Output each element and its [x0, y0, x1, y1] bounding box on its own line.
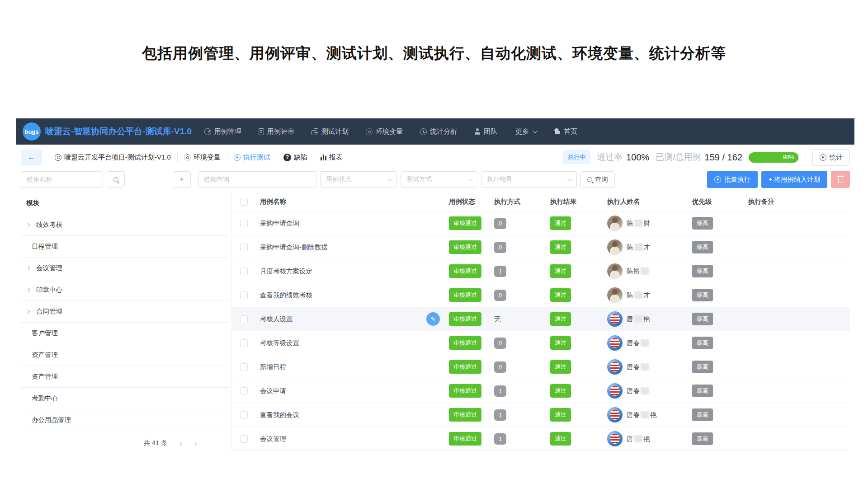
- nav-item[interactable]: 统计分析: [420, 127, 457, 136]
- exec-result-select[interactable]: 执行结果: [481, 171, 577, 188]
- row-checkbox[interactable]: [240, 315, 248, 323]
- tab-report[interactable]: 报表: [321, 153, 343, 162]
- row-checkbox[interactable]: [240, 267, 248, 275]
- censored-text: [634, 291, 643, 299]
- module-search-button[interactable]: [107, 171, 125, 188]
- case-name: 查看我的会议: [260, 411, 299, 419]
- sidebar-item[interactable]: 绩效考核: [21, 214, 229, 236]
- case-status-placeholder: 用例状态: [326, 175, 351, 183]
- nav-item[interactable]: 用例管理: [204, 127, 241, 136]
- content-area: 模块 绩效考核日程管理会议管理印章中心合同管理客户管理资产管理资产管理考勤中心办…: [16, 192, 854, 451]
- sidebar-item[interactable]: 资产管理: [21, 366, 229, 388]
- avatar: [607, 431, 623, 446]
- nav-item-label: 环境变量: [376, 127, 403, 136]
- table-row[interactable]: 查看我的会议审核通过1通过唐春艳最高: [232, 403, 850, 427]
- edit-button[interactable]: ✎: [426, 312, 440, 326]
- chevron-right-icon[interactable]: [26, 288, 31, 291]
- sidebar-item[interactable]: 资产管理: [21, 344, 229, 366]
- nav-item[interactable]: 环境变量: [366, 127, 403, 136]
- table-row[interactable]: 新增日程审核通过0通过唐春最高: [232, 355, 850, 379]
- exec-method-badge: 1: [494, 433, 506, 445]
- tested-label: 已测/总用例: [656, 151, 701, 163]
- case-name: 查看我的绩效考核: [260, 291, 312, 300]
- priority-badge: 最高: [692, 265, 713, 277]
- avatar: [607, 383, 623, 399]
- stats-button[interactable]: 统计: [812, 149, 850, 166]
- play-circle-icon: [234, 154, 241, 161]
- table-row[interactable]: 考核等级设置审核通过0通过唐春最高: [232, 331, 850, 355]
- batch-execute-button[interactable]: 批量执行: [707, 171, 758, 188]
- chevron-right-icon[interactable]: [26, 223, 31, 226]
- pass-progress-bar: 98%: [749, 152, 799, 163]
- table-row[interactable]: 采购申请查询-删除数据审核通过0通过陈才最高: [232, 235, 850, 259]
- case-status-badge: 审核通过: [449, 408, 481, 422]
- add-to-plan-button[interactable]: + 将用例纳入计划: [761, 171, 827, 188]
- query-button[interactable]: 查询: [580, 171, 615, 188]
- exec-method-badge: 0: [494, 290, 506, 301]
- case-status-badge: 审核通过: [449, 288, 481, 302]
- tab-defect[interactable]: ? 缺陷: [283, 153, 307, 162]
- sidebar-pagination: 共 41 条 ‹ ›: [21, 431, 229, 447]
- table-row[interactable]: 考核人设置✎审核通过无通过唐艳最高: [232, 307, 850, 331]
- back-button[interactable]: ←: [21, 150, 42, 165]
- sidebar-item[interactable]: 合同管理: [21, 301, 229, 323]
- tab-env-vars[interactable]: 环境变量: [184, 153, 221, 162]
- priority-badge: 最高: [692, 217, 713, 230]
- case-status-select[interactable]: 用例状态: [320, 171, 397, 188]
- table-row[interactable]: 月度考核方案设定审核通过1通过陈裕最高: [232, 259, 850, 283]
- nav-menu: 用例管理用例评审测试计划环境变量统计分析团队: [204, 127, 497, 136]
- sidebar-item[interactable]: 印章中心: [21, 279, 229, 301]
- executor-name: 陈财: [627, 219, 650, 228]
- exec-method-badge: 0: [494, 361, 506, 373]
- bar-chart-icon: [321, 154, 326, 160]
- avatar: [607, 216, 623, 231]
- report-label: 报表: [329, 153, 343, 162]
- chevron-right-icon[interactable]: [26, 267, 31, 270]
- module-name-input[interactable]: [21, 171, 103, 188]
- sidebar-item[interactable]: 日程管理: [21, 236, 229, 258]
- sidebar-item-label: 会议管理: [36, 264, 62, 272]
- sidebar-item[interactable]: 客户管理: [21, 323, 229, 344]
- app-window: bugs 唛盟云-智慧协同办公平台-测试库-V1.0 用例管理用例评审测试计划环…: [16, 118, 854, 451]
- row-checkbox[interactable]: [240, 220, 248, 227]
- priority-badge: 最高: [692, 408, 713, 421]
- nav-item[interactable]: 测试计划: [311, 127, 349, 136]
- row-checkbox[interactable]: [240, 291, 248, 299]
- case-name: 月度考核方案设定: [260, 267, 312, 276]
- test-method-select[interactable]: 测试方式: [401, 171, 477, 188]
- breadcrumb-label: 唛盟云开发平台项目-测试计划-V1.0: [64, 153, 171, 162]
- table-row[interactable]: 采购申请查询审核通过0通过陈财最高: [232, 211, 850, 235]
- tab-exec-test[interactable]: 执行测试: [234, 153, 270, 162]
- exec-result-placeholder: 执行结果: [487, 175, 512, 183]
- row-checkbox[interactable]: [240, 411, 248, 419]
- nav-item-more[interactable]: 更多: [515, 127, 536, 136]
- delete-button[interactable]: [831, 171, 850, 188]
- case-status-badge: 审核通过: [449, 216, 481, 230]
- nav-item[interactable]: 团队: [474, 127, 497, 136]
- chevron-right-icon[interactable]: [26, 310, 31, 313]
- gear-icon: [366, 128, 373, 135]
- nav-item[interactable]: 用例评审: [259, 127, 294, 136]
- table-row[interactable]: 会议管理审核通过1通过唐艳最高: [232, 427, 850, 451]
- sidebar-item[interactable]: 办公用品管理: [21, 409, 229, 431]
- executor-name: 唐艳: [627, 435, 650, 443]
- executor-name: 唐春: [627, 363, 650, 371]
- fuzzy-search-input[interactable]: [198, 171, 316, 188]
- censored-text: [641, 339, 649, 347]
- row-checkbox[interactable]: [240, 435, 248, 443]
- row-checkbox[interactable]: [240, 339, 248, 347]
- row-checkbox[interactable]: [240, 387, 248, 395]
- progress-fill: 98%: [749, 152, 798, 163]
- table-row[interactable]: 查看我的绩效考核审核通过0通过陈才最高: [232, 283, 850, 307]
- sidebar-item[interactable]: 考勤中心: [21, 388, 229, 409]
- breadcrumb[interactable]: 唛盟云开发平台项目-测试计划-V1.0: [55, 153, 171, 162]
- row-checkbox[interactable]: [240, 363, 248, 371]
- sidebar-item[interactable]: 会议管理: [21, 258, 229, 279]
- add-module-button[interactable]: +: [173, 171, 191, 188]
- next-page-button[interactable]: ›: [194, 438, 197, 447]
- row-checkbox[interactable]: [240, 244, 248, 251]
- nav-item-home[interactable]: 首页: [554, 127, 577, 136]
- prev-page-button[interactable]: ‹: [179, 438, 183, 447]
- table-row[interactable]: 会议申请审核通过1通过唐春最高: [232, 379, 850, 403]
- select-all-checkbox[interactable]: [240, 198, 248, 206]
